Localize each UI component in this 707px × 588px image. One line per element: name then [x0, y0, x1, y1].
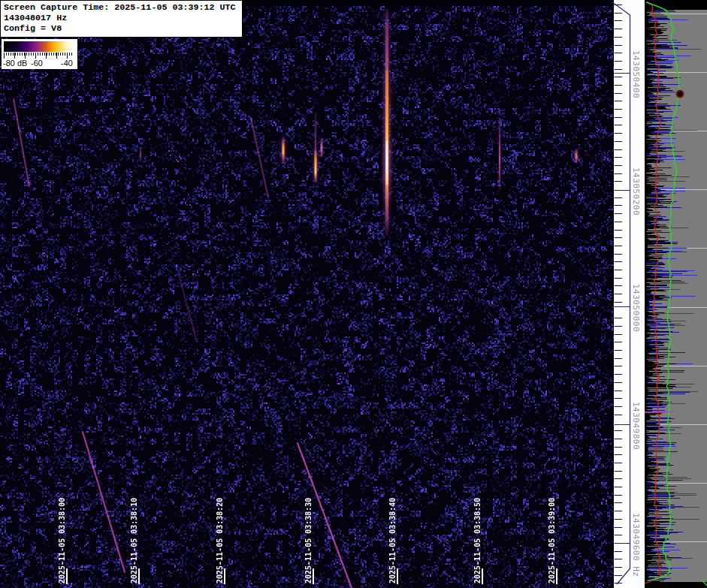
freq-label: 143049800	[631, 402, 641, 450]
freq-label: 143050000	[631, 284, 641, 332]
time-label: 2025-11-05 03:39:00	[548, 498, 556, 583]
spectrum-lab-window: Screen Capture Time: 2025-11-05 03:39:12…	[0, 0, 707, 588]
config-text: Config = V8	[4, 23, 239, 34]
db-label: -60	[31, 59, 43, 68]
time-label: 2025-11-05 03:38:30	[304, 498, 313, 583]
color-scale-labels: -80 dB -60 -40	[2, 59, 77, 68]
capture-time-text: Screen Capture Time: 2025-11-05 03:39:12…	[4, 2, 239, 13]
freq-label: 143050200	[631, 167, 641, 216]
color-scale-gradient	[4, 41, 74, 52]
color-scale-legend: -80 dB -60 -40	[2, 39, 77, 69]
time-label: 2025-11-05 03:38:10	[130, 498, 138, 583]
db-label: -40	[61, 59, 73, 68]
time-label: 2025-11-05 03:38:20	[216, 498, 224, 583]
freq-label: 143049600 Hz	[631, 513, 641, 577]
time-label: 2025-11-05 03:38:50	[473, 498, 482, 583]
db-label: -80 dB	[3, 59, 27, 68]
capture-info-box: Screen Capture Time: 2025-11-05 03:39:12…	[0, 0, 243, 38]
freq-label: 143050400	[631, 50, 641, 98]
color-scale-ticks	[4, 53, 74, 59]
capture-frequency-text: 143048017 Hz	[4, 13, 239, 23]
time-label: 2025-11-05 03:38:00	[58, 498, 66, 583]
spectrogram-canvas	[0, 0, 707, 588]
time-label: 2025-11-05 03:38:40	[388, 498, 397, 583]
